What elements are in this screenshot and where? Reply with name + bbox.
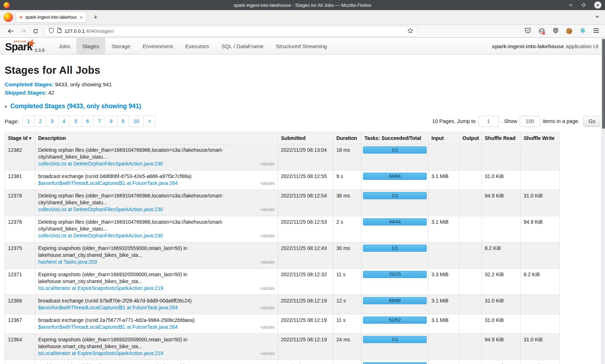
privacy-extension-icon[interactable] <box>538 28 545 35</box>
details-toggle[interactable]: +details <box>260 161 275 168</box>
page-button-3[interactable]: 3 <box>46 116 58 127</box>
scrollbar-thumb[interactable] <box>602 39 605 129</box>
duration-cell: 12 s <box>333 295 362 314</box>
page-button-10[interactable]: 10 <box>129 116 143 127</box>
page-button-9[interactable]: 9 <box>117 116 129 127</box>
input-cell: 3.1 MiB <box>429 295 460 314</box>
go-button[interactable]: Go <box>583 116 600 127</box>
submitted-cell: 2022/11/25 08:12:19 <box>278 314 333 334</box>
stage-callsite-link[interactable]: collectAsList at DeleteOrphanFilesSparkA… <box>38 232 163 239</box>
details-toggle[interactable]: +details <box>260 259 275 266</box>
tasks-cell: 68/68 <box>362 295 429 314</box>
nav-item-environment[interactable]: Environment <box>136 38 179 54</box>
duration-cell: 36 ms <box>333 190 362 216</box>
details-toggle[interactable]: +details <box>260 350 275 357</box>
pages-count-text: 10 Pages. Jump to <box>432 118 476 124</box>
column-header[interactable]: Stage Id ▾ <box>5 132 35 144</box>
tasks-progress-bar: 68/68 <box>363 297 427 304</box>
page-button-8[interactable]: 8 <box>106 116 117 127</box>
cookie-extension-icon[interactable] <box>566 28 572 34</box>
page-button-7[interactable]: 7 <box>94 116 105 127</box>
page-button-4[interactable]: 4 <box>58 116 70 127</box>
column-header[interactable]: Input <box>429 132 460 144</box>
stage-callsite-link[interactable]: $anonfun$withThreadLocalCaptured$1 at Fu… <box>38 324 178 331</box>
page-info-icon[interactable] <box>57 28 62 35</box>
shield-icon[interactable] <box>49 28 54 35</box>
column-header[interactable]: Description <box>35 132 278 144</box>
description-cell: Deleting orphan files (older_than=166910… <box>35 216 278 242</box>
page-button->[interactable]: > <box>144 116 155 127</box>
table-row: 12371 Expiring snapshots (older_than=166… <box>5 269 560 295</box>
stage-description: broadcast exchange (runId 048fd06f-d753-… <box>38 173 275 180</box>
firefox-logo-icon <box>4 2 10 8</box>
skipped-stages-link[interactable]: Skipped Stages: <box>5 90 47 96</box>
details-toggle[interactable]: +details <box>260 305 275 311</box>
column-header[interactable]: Submitted <box>278 132 333 144</box>
page-button-6[interactable]: 6 <box>82 116 93 127</box>
completed-stages-link[interactable]: Completed Stages: <box>5 81 54 87</box>
column-header[interactable]: Duration <box>333 132 362 144</box>
details-toggle[interactable]: +details <box>260 180 275 187</box>
stage-callsite-link[interactable]: collectAsList at DeleteOrphanFilesSparkA… <box>38 160 163 167</box>
completed-stages-section-header[interactable]: ▾ Completed Stages (9433, only showing 9… <box>5 103 600 110</box>
list-all-tabs-icon[interactable] <box>595 14 600 21</box>
input-cell <box>429 360 460 364</box>
nav-item-stages[interactable]: Stages <box>76 38 106 54</box>
new-tab-button[interactable]: + <box>91 13 100 22</box>
column-header[interactable]: Tasks: Succeeded/Total <box>362 132 429 144</box>
nav-item-sql-dataframe[interactable]: SQL / DataFrame <box>215 38 270 54</box>
stage-callsite-link[interactable]: $anonfun$withThreadLocalCaptured$1 at Fu… <box>38 180 178 187</box>
ublock-icon[interactable]: uO <box>552 27 559 35</box>
submitted-cell: 2022/11/25 08:12:43 <box>278 242 333 269</box>
stage-description: broadcast exchange (runId 97bdf70e-2f28-… <box>38 297 275 304</box>
stage-callsite-link[interactable]: toLocalIterator at ExpireSnapshotsSparkA… <box>38 285 163 292</box>
details-toggle[interactable]: +details <box>260 206 275 213</box>
column-header[interactable]: Shuffle Write <box>521 132 560 144</box>
spark-logo[interactable]: APACHE Spark ★ 3.3.0 <box>5 38 48 54</box>
input-cell <box>429 242 460 269</box>
table-row: 12364 Expiring snapshots (older_than=166… <box>5 334 560 360</box>
shuffle-read-cell: 94.9 KiB <box>482 334 521 360</box>
menu-hamburger-icon[interactable] <box>593 28 599 35</box>
stage-callsite-link[interactable]: collectAsList at DeleteOrphanFilesSparkA… <box>38 206 163 213</box>
browser-tab[interactable]: ★ spark-ingest-into-lakehous × <box>16 12 86 23</box>
page-scrollbar[interactable] <box>601 38 605 364</box>
nav-item-structured-streaming[interactable]: Structured Streaming <box>270 38 333 54</box>
nav-item-executors[interactable]: Executors <box>179 38 215 54</box>
stage-callsite-link[interactable]: $anonfun$withThreadLocalCaptured$1 at Fu… <box>38 304 178 311</box>
back-icon[interactable] <box>4 28 17 34</box>
tasks-cell: 1/1 <box>362 360 429 364</box>
submitted-cell: 2022/11/25 08:12:55 <box>278 170 333 190</box>
maximize-icon[interactable] <box>581 3 586 8</box>
stages-table-body: 12382 Deleting orphan files (older_than=… <box>5 144 560 364</box>
details-toggle[interactable]: +details <box>260 324 275 331</box>
stage-callsite-link[interactable]: toLocalIterator at ExpireSnapshotsSparkA… <box>38 350 163 357</box>
extension-asterisk-icon[interactable] <box>579 27 586 35</box>
pocket-icon[interactable] <box>524 27 531 35</box>
input-cell: 3.1 MiB <box>429 314 460 334</box>
close-icon[interactable] <box>594 1 601 9</box>
details-toggle[interactable]: +details <box>260 233 275 240</box>
column-header[interactable]: Shuffle Read <box>482 132 521 144</box>
output-cell <box>460 242 482 269</box>
page-button-1[interactable]: 1 <box>23 116 34 127</box>
jump-to-input[interactable] <box>478 116 499 127</box>
minimize-icon[interactable] <box>568 3 573 8</box>
window-title: spark-ingest-into-lakehouse - Stages for… <box>0 3 605 8</box>
url-text[interactable]: 127.0.0.1:4040/stages/ <box>64 28 404 34</box>
tasks-progress-bar: 1/1 <box>363 336 427 343</box>
completed-stages-value: 9433, only showing 941 <box>55 81 112 87</box>
forward-icon[interactable] <box>17 28 30 34</box>
reload-icon[interactable] <box>30 28 42 34</box>
bookmark-star-icon[interactable] <box>407 28 413 35</box>
details-toggle[interactable]: +details <box>260 285 275 292</box>
page-button-2[interactable]: 2 <box>35 116 46 127</box>
items-per-page-input[interactable] <box>520 116 540 127</box>
column-header[interactable]: Output <box>460 132 482 144</box>
nav-item-jobs[interactable]: Jobs <box>53 38 76 54</box>
tab-close-icon[interactable]: × <box>79 15 83 20</box>
url-bar[interactable]: 127.0.0.1:4040/stages/ <box>45 26 417 36</box>
page-button-5[interactable]: 5 <box>70 116 81 127</box>
nav-item-storage[interactable]: Storage <box>105 38 136 54</box>
stage-callsite-link[interactable]: hasNext at Tasks.java:209 <box>38 259 97 265</box>
